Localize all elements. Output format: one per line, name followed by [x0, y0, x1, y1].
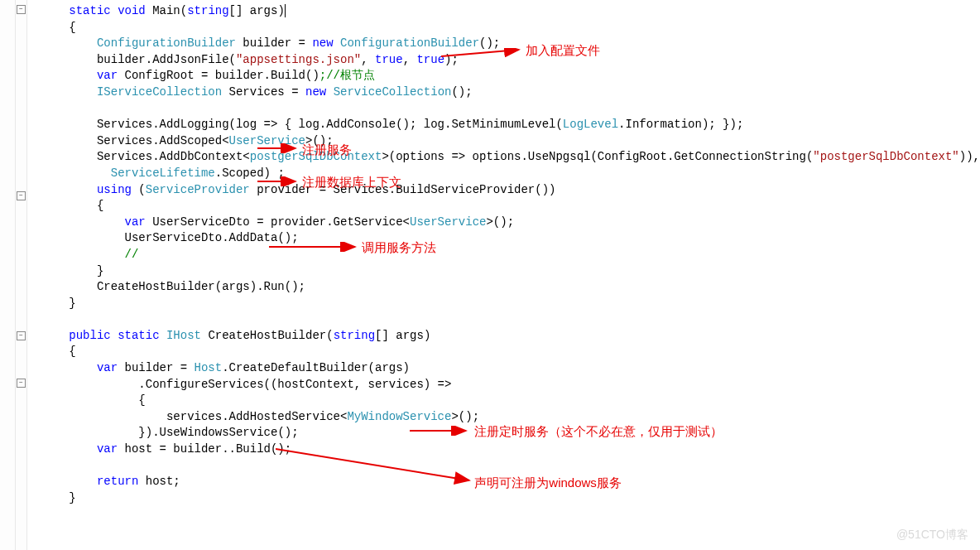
method: AddLogging: [160, 118, 229, 131]
keyword: public: [69, 329, 110, 342]
punct: ,: [361, 53, 375, 66]
keyword: string: [334, 329, 375, 342]
punct: ((hostContext, services) =>: [264, 378, 452, 391]
annotation-use-windows-service: 声明可注册为windows服务: [474, 474, 622, 491]
identifier: CreateHostBuilder(args).: [97, 280, 264, 293]
type: ServiceCollection: [334, 85, 452, 99]
punct: (log => { log.: [229, 118, 327, 131]
method: .Build(): [229, 442, 285, 456]
keyword: using: [97, 183, 132, 196]
keyword: static: [69, 4, 110, 17]
identifier: .Scoped) ;: [215, 166, 285, 180]
identifier: builder: [215, 69, 264, 82]
op: =: [195, 69, 215, 82]
punct: >();: [451, 410, 479, 423]
fold-toggle-icon[interactable]: −: [17, 191, 26, 200]
type: MyWindowService: [347, 410, 451, 423]
identifier: args: [250, 4, 278, 17]
identifier: services.: [166, 410, 229, 423]
type: Host: [195, 361, 223, 374]
punct: (args): [368, 361, 410, 374]
identifier: CreateHostBuilder: [208, 329, 326, 342]
keyword: var: [97, 69, 118, 82]
punct: >(options => options.: [382, 150, 527, 163]
identifier: Services: [229, 85, 285, 99]
identifier: Services.: [97, 118, 160, 131]
fold-toggle-icon[interactable]: −: [17, 331, 26, 340]
method: AddScoped<: [160, 134, 229, 147]
punct: (); log.: [396, 118, 451, 131]
string: "appsettings.json": [236, 53, 361, 66]
code-area[interactable]: static void Main(string[] args) { Config…: [27, 0, 980, 550]
punct: ()): [535, 183, 555, 196]
keyword: var: [97, 361, 118, 374]
punct: (ConfigRoot.: [590, 150, 674, 163]
identifier: builder: [243, 36, 291, 50]
fold-toggle-icon[interactable]: −: [17, 5, 26, 14]
op: =: [285, 85, 305, 99]
keyword: new: [312, 36, 333, 50]
fold-column: − − − −: [16, 0, 28, 550]
punct: ): [424, 329, 430, 342]
arrow-icon: [276, 447, 474, 485]
type: ServiceLifetime: [111, 166, 215, 180]
punct: );: [444, 53, 459, 66]
keyword: true: [375, 53, 403, 66]
method: AddJsonFile: [152, 53, 228, 66]
string: "postgerSqlDbContext": [813, 150, 958, 163]
annotation-register-hosted-service: 注册定时服务（这个不必在意，仅用于测试）: [474, 422, 723, 440]
identifier: Main: [152, 4, 180, 17]
line-gutter: [0, 0, 16, 550]
method: BuildServiceProvider: [396, 183, 535, 196]
punct: ();: [451, 85, 472, 99]
keyword: var: [97, 442, 118, 456]
punct: )),: [959, 150, 980, 163]
annotation-register-dbcontext: 注册数据库上下文: [302, 173, 401, 191]
method: AddDbContext<: [160, 150, 250, 163]
fold-toggle-icon[interactable]: −: [17, 379, 26, 388]
punct: ();: [277, 426, 298, 439]
method: AddData: [229, 231, 278, 244]
punct: (: [555, 118, 562, 131]
type: UserService: [410, 215, 486, 229]
type: ConfigurationBuilder: [340, 36, 479, 50]
identifier: args: [396, 329, 424, 342]
method: GetConnectionString: [674, 150, 806, 163]
method: Run: [264, 280, 285, 293]
identifier: Services.: [97, 150, 160, 163]
type: IHost: [166, 329, 201, 342]
punct: ();: [285, 280, 305, 293]
punct: ,: [403, 53, 417, 66]
punct: }).: [138, 426, 159, 439]
method: .Build(): [264, 69, 319, 82]
punct: ();: [277, 231, 298, 244]
comment: //: [125, 248, 139, 261]
annotation-add-config: 加入配置文件: [526, 41, 600, 59]
identifier: Services.: [97, 134, 160, 147]
method: UseNpgsql: [528, 150, 591, 163]
svg-line-5: [276, 449, 469, 480]
identifier: UserServiceDto = provider.: [146, 215, 334, 229]
punct: {: [138, 393, 145, 407]
keyword: void: [118, 4, 146, 17]
type: UserService: [229, 134, 305, 147]
identifier: host;: [138, 475, 180, 488]
keyword: var: [125, 215, 146, 229]
identifier: host = builder.: [118, 442, 228, 456]
code-editor: − − − − static void Main(string[] args) …: [0, 0, 980, 550]
identifier: .Information: [618, 118, 702, 131]
method: GetService<: [334, 215, 410, 229]
identifier: builder.: [97, 53, 152, 66]
identifier: UserServiceDto.: [125, 231, 229, 244]
type: IServiceCollection: [97, 85, 222, 99]
punct: (: [326, 329, 333, 342]
annotation-register-service: 注册服务: [302, 141, 352, 158]
annotation-call-service-method: 调用服务方法: [362, 239, 436, 256]
identifier: ConfigRoot: [125, 69, 195, 82]
method: .ConfigureServices: [138, 378, 263, 391]
type: ConfigurationBuilder: [97, 36, 236, 50]
keyword: new: [305, 85, 326, 99]
method: UseWindowsService: [160, 426, 278, 439]
method: SetMinimumLevel: [451, 118, 555, 131]
indent: [69, 166, 110, 180]
